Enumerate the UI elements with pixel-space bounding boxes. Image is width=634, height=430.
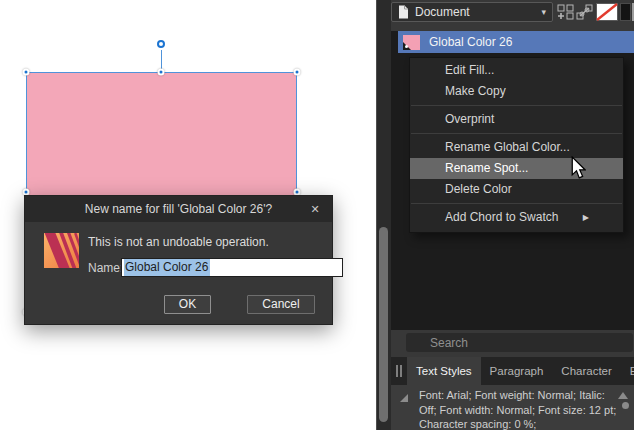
global-color-swatch-icon xyxy=(403,35,420,50)
publisher-app-icon xyxy=(44,233,79,268)
document-icon xyxy=(398,5,409,19)
expander-triangle-icon[interactable] xyxy=(400,394,408,402)
ok-button[interactable]: OK xyxy=(164,295,211,314)
tab-effects[interactable]: Effects xyxy=(621,357,634,385)
dialog-title: New name for fill 'Global Color 26'? xyxy=(85,202,272,216)
text-styles-panel: Font: Arial; Font weight: Normal; Italic… xyxy=(391,385,634,430)
tab-text-styles[interactable]: Text Styles xyxy=(407,357,481,385)
menu-item-label: Add Chord to Swatch xyxy=(445,210,558,224)
menu-item-rename-spot[interactable]: Rename Spot... xyxy=(410,158,623,179)
menu-separator xyxy=(411,105,622,106)
panel-drag-handle[interactable] xyxy=(391,357,407,385)
swatch-context-menu: Edit Fill... Make Copy Overprint Rename … xyxy=(409,57,624,233)
menu-item-make-copy[interactable]: Make Copy xyxy=(410,81,623,102)
selected-input-text: Global Color 26 xyxy=(124,259,210,276)
menu-item-rename-global-color[interactable]: Rename Global Color... xyxy=(410,137,623,158)
rename-spot-dialog: New name for fill 'Global Color 26'? ✕ T… xyxy=(24,195,333,325)
link-swatch-icon[interactable] xyxy=(576,4,593,20)
chevron-down-icon: ▾ xyxy=(541,7,546,17)
resize-handle-top-left[interactable] xyxy=(23,69,30,76)
close-icon[interactable]: ✕ xyxy=(307,201,323,217)
scroll-up-icon[interactable] xyxy=(618,392,628,399)
tab-character[interactable]: Character xyxy=(552,357,621,385)
no-fill-swatch[interactable] xyxy=(596,3,618,21)
document-dropdown-label: Document xyxy=(415,5,470,19)
resize-handle-top-right[interactable] xyxy=(294,69,301,76)
swatch-row-label: Global Color 26 xyxy=(429,35,512,49)
menu-item-add-chord-to-swatch[interactable]: Add Chord to Swatch ▶ xyxy=(410,207,623,228)
spot-color-dot xyxy=(405,45,408,48)
scrollbar-thumb[interactable] xyxy=(379,227,388,422)
document-palette-dropdown[interactable]: Document ▾ xyxy=(391,2,553,22)
menu-separator xyxy=(411,133,622,134)
canvas-vertical-scrollbar[interactable] xyxy=(377,0,391,430)
mouse-cursor xyxy=(571,156,586,180)
dialog-titlebar[interactable]: New name for fill 'Global Color 26'? ✕ xyxy=(25,196,332,222)
scroll-dot-icon xyxy=(622,402,629,409)
menu-item-delete-color[interactable]: Delete Color xyxy=(410,179,623,200)
tab-paragraph[interactable]: Paragraph xyxy=(481,357,553,385)
menu-item-edit-fill[interactable]: Edit Fill... xyxy=(410,60,623,81)
menu-item-overprint[interactable]: Overprint xyxy=(410,109,623,130)
name-field-label: Name: xyxy=(88,261,123,275)
black-swatch[interactable] xyxy=(620,3,631,21)
swatch-row-global-color[interactable]: Global Color 26 xyxy=(398,31,634,53)
panel-tabbar: Text Styles Paragraph Character Effects xyxy=(391,357,634,385)
style-description: Font: Arial; Font weight: Normal; Italic… xyxy=(419,388,623,430)
cancel-button[interactable]: Cancel xyxy=(247,295,315,314)
resize-handle-top-middle[interactable] xyxy=(158,69,165,76)
menu-separator xyxy=(411,203,622,204)
submenu-arrow-icon: ▶ xyxy=(583,207,589,228)
name-input[interactable]: Global Color 26 xyxy=(121,258,343,277)
app-window: Document ▾ xyxy=(0,0,634,430)
search-input[interactable] xyxy=(406,333,633,352)
add-swatch-icon[interactable] xyxy=(557,4,574,20)
dialog-message: This is not an undoable operation. xyxy=(88,235,269,249)
rotation-handle[interactable] xyxy=(157,40,165,48)
